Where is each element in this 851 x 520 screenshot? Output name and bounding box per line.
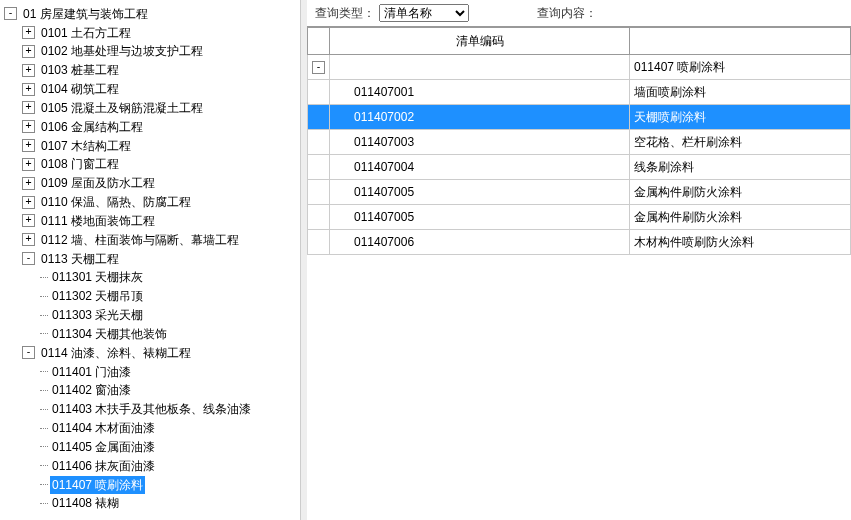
tree-node[interactable]: +0107 木结构工程 bbox=[22, 136, 300, 155]
tree-node-label[interactable]: 011401 门油漆 bbox=[50, 363, 133, 381]
tree-node-label[interactable]: 011301 天棚抹灰 bbox=[50, 268, 145, 286]
expand-icon[interactable]: + bbox=[22, 26, 35, 39]
tree-node[interactable]: 011408 裱糊 bbox=[40, 494, 300, 513]
tree-node[interactable]: 011301 天棚抹灰 bbox=[40, 268, 300, 287]
tree-node-label[interactable]: 011406 抹灰面油漆 bbox=[50, 457, 157, 475]
expand-icon[interactable]: + bbox=[22, 83, 35, 96]
tree-node-label[interactable]: 0105 混凝土及钢筋混凝土工程 bbox=[39, 99, 205, 117]
tree-node-label[interactable]: 0111 楼地面装饰工程 bbox=[39, 212, 157, 230]
tree-node-label[interactable]: 0108 门窗工程 bbox=[39, 155, 121, 173]
code-cell: 011407004 bbox=[330, 155, 630, 180]
query-type-select[interactable]: 清单名称 bbox=[379, 4, 469, 22]
tree-node-label[interactable]: 011403 木扶手及其他板条、线条油漆 bbox=[50, 400, 253, 418]
expand-icon[interactable]: + bbox=[22, 45, 35, 58]
expand-icon[interactable]: + bbox=[22, 177, 35, 190]
expand-icon[interactable]: + bbox=[22, 101, 35, 114]
list-table: 清单编码 -011407 喷刷涂料011407001墙面喷刷涂料01140700… bbox=[307, 27, 851, 255]
tree-node-label[interactable]: 01 房屋建筑与装饰工程 bbox=[21, 5, 150, 23]
tree-node[interactable]: 011303 采光天棚 bbox=[40, 305, 300, 324]
expander-cell bbox=[308, 155, 330, 180]
tree-node-label[interactable]: 011407 喷刷涂料 bbox=[50, 476, 145, 494]
tree-node[interactable]: 011401 门油漆 bbox=[40, 362, 300, 381]
tree-node-label[interactable]: 0102 地基处理与边坡支护工程 bbox=[39, 42, 205, 60]
tree-node[interactable]: 011406 抹灰面油漆 bbox=[40, 456, 300, 475]
col-name[interactable] bbox=[630, 28, 851, 55]
query-type-label: 查询类型： bbox=[315, 5, 375, 22]
tree-node[interactable]: +0108 门窗工程 bbox=[22, 155, 300, 174]
collapse-icon[interactable]: - bbox=[22, 346, 35, 359]
query-content-label: 查询内容： bbox=[537, 5, 597, 22]
tree-node[interactable]: +0102 地基处理与边坡支护工程 bbox=[22, 42, 300, 61]
tree-node-label[interactable]: 0107 木结构工程 bbox=[39, 137, 133, 155]
tree-node[interactable]: 011407 喷刷涂料 bbox=[40, 475, 300, 494]
category-tree-panel: -01 房屋建筑与装饰工程+0101 土石方工程+0102 地基处理与边坡支护工… bbox=[0, 0, 301, 520]
expander-cell bbox=[308, 80, 330, 105]
table-row[interactable]: 011407001墙面喷刷涂料 bbox=[308, 80, 851, 105]
tree-node-label[interactable]: 0103 桩基工程 bbox=[39, 61, 121, 79]
tree-node[interactable]: 011403 木扶手及其他板条、线条油漆 bbox=[40, 399, 300, 418]
table-row[interactable]: 011407005金属构件刷防火涂料 bbox=[308, 180, 851, 205]
tree-node[interactable]: +0104 砌筑工程 bbox=[22, 79, 300, 98]
table-row[interactable]: 011407004线条刷涂料 bbox=[308, 155, 851, 180]
expand-icon[interactable]: + bbox=[22, 158, 35, 171]
tree-node-label[interactable]: 011402 窗油漆 bbox=[50, 381, 133, 399]
group-name-cell: 011407 喷刷涂料 bbox=[630, 55, 851, 80]
tree-node-label[interactable]: 0110 保温、隔热、防腐工程 bbox=[39, 193, 193, 211]
tree-node[interactable]: +0101 土石方工程 bbox=[22, 23, 300, 42]
table-row[interactable]: 011407003空花格、栏杆刷涂料 bbox=[308, 130, 851, 155]
tree-node-label[interactable]: 0112 墙、柱面装饰与隔断、幕墙工程 bbox=[39, 231, 241, 249]
tree-node[interactable]: +0110 保温、隔热、防腐工程 bbox=[22, 192, 300, 211]
tree-node-label[interactable]: 0101 土石方工程 bbox=[39, 24, 133, 42]
tree-node[interactable]: -0114 油漆、涂料、裱糊工程011401 门油漆011402 窗油漆0114… bbox=[22, 343, 300, 512]
tree-node[interactable]: +0112 墙、柱面装饰与隔断、幕墙工程 bbox=[22, 230, 300, 249]
right-panel: 查询类型： 清单名称 查询内容： 清单编码 bbox=[307, 0, 851, 520]
tree-node[interactable]: -0113 天棚工程011301 天棚抹灰011302 天棚吊顶011303 采… bbox=[22, 249, 300, 343]
tree-node-label[interactable]: 0106 金属结构工程 bbox=[39, 118, 145, 136]
table-group-row[interactable]: -011407 喷刷涂料 bbox=[308, 55, 851, 80]
tree-node[interactable]: +0111 楼地面装饰工程 bbox=[22, 211, 300, 230]
category-tree[interactable]: -01 房屋建筑与装饰工程+0101 土石方工程+0102 地基处理与边坡支护工… bbox=[0, 4, 300, 512]
expand-icon[interactable]: + bbox=[22, 120, 35, 133]
tree-node[interactable]: +0105 混凝土及钢筋混凝土工程 bbox=[22, 98, 300, 117]
table-row[interactable]: 011407002天棚喷刷涂料 bbox=[308, 105, 851, 130]
code-cell: 011407002 bbox=[330, 105, 630, 130]
expand-icon[interactable]: + bbox=[22, 196, 35, 209]
list-table-wrap: 清单编码 -011407 喷刷涂料011407001墙面喷刷涂料01140700… bbox=[307, 26, 851, 520]
col-code[interactable]: 清单编码 bbox=[330, 28, 630, 55]
tree-node[interactable]: +0106 金属结构工程 bbox=[22, 117, 300, 136]
tree-node[interactable]: +0109 屋面及防水工程 bbox=[22, 173, 300, 192]
name-cell: 天棚喷刷涂料 bbox=[630, 105, 851, 130]
tree-node[interactable]: +0103 桩基工程 bbox=[22, 60, 300, 79]
tree-node-label[interactable]: 011304 天棚其他装饰 bbox=[50, 325, 169, 343]
expand-icon[interactable]: + bbox=[22, 64, 35, 77]
tree-node-label[interactable]: 011405 金属面油漆 bbox=[50, 438, 157, 456]
tree-node-label[interactable]: 0109 屋面及防水工程 bbox=[39, 174, 157, 192]
tree-node[interactable]: 011402 窗油漆 bbox=[40, 381, 300, 400]
tree-node[interactable]: 011304 天棚其他装饰 bbox=[40, 324, 300, 343]
tree-node-label[interactable]: 0104 砌筑工程 bbox=[39, 80, 121, 98]
group-code-cell bbox=[330, 55, 630, 80]
expand-icon[interactable]: + bbox=[22, 214, 35, 227]
collapse-icon[interactable]: - bbox=[4, 7, 17, 20]
tree-node[interactable]: -01 房屋建筑与装饰工程+0101 土石方工程+0102 地基处理与边坡支护工… bbox=[4, 4, 300, 512]
expander-cell bbox=[308, 105, 330, 130]
query-bar: 查询类型： 清单名称 查询内容： bbox=[307, 0, 851, 26]
table-row[interactable]: 011407005金属构件刷防火涂料 bbox=[308, 205, 851, 230]
collapse-icon[interactable]: - bbox=[308, 55, 330, 80]
tree-node-label[interactable]: 0114 油漆、涂料、裱糊工程 bbox=[39, 344, 193, 362]
expander-cell bbox=[308, 205, 330, 230]
tree-node[interactable]: 011404 木材面油漆 bbox=[40, 418, 300, 437]
table-row[interactable]: 011407006木材构件喷刷防火涂料 bbox=[308, 230, 851, 255]
tree-node[interactable]: 011405 金属面油漆 bbox=[40, 437, 300, 456]
tree-node-label[interactable]: 011303 采光天棚 bbox=[50, 306, 145, 324]
name-cell: 墙面喷刷涂料 bbox=[630, 80, 851, 105]
expand-icon[interactable]: + bbox=[22, 139, 35, 152]
tree-node-label[interactable]: 0113 天棚工程 bbox=[39, 250, 121, 268]
tree-node-label[interactable]: 011404 木材面油漆 bbox=[50, 419, 157, 437]
code-cell: 011407001 bbox=[330, 80, 630, 105]
collapse-icon[interactable]: - bbox=[22, 252, 35, 265]
tree-node-label[interactable]: 011302 天棚吊顶 bbox=[50, 287, 145, 305]
tree-node[interactable]: 011302 天棚吊顶 bbox=[40, 286, 300, 305]
tree-node-label[interactable]: 011408 裱糊 bbox=[50, 494, 121, 512]
expand-icon[interactable]: + bbox=[22, 233, 35, 246]
